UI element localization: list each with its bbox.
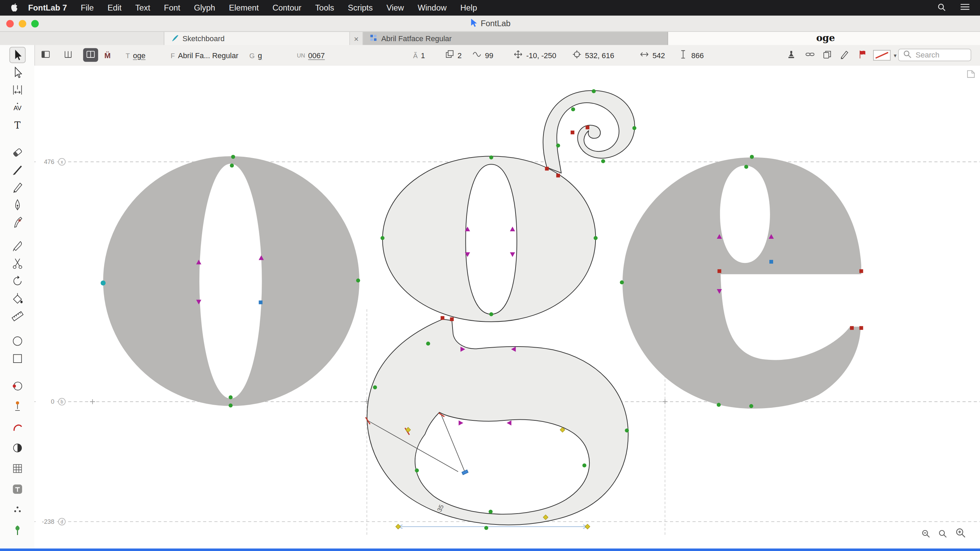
node-green[interactable] <box>373 385 377 389</box>
node-red-corner[interactable] <box>545 167 549 170</box>
app-menu-title[interactable]: FontLab 7 <box>21 3 73 13</box>
menu-item-contour[interactable]: Contour <box>266 3 308 13</box>
minimize-window-button[interactable] <box>19 20 26 27</box>
node-green[interactable] <box>230 164 234 168</box>
eraser-tool[interactable] <box>9 144 25 160</box>
copy-icon[interactable] <box>822 45 832 66</box>
node-green[interactable] <box>356 279 360 283</box>
contour-select-tool[interactable] <box>9 47 25 63</box>
glyph-g-bowl[interactable] <box>382 156 595 322</box>
zoom-in-icon[interactable] <box>955 527 966 541</box>
menu-item-view[interactable]: View <box>380 3 411 13</box>
zoom-icon[interactable] <box>938 529 948 541</box>
pen-icon[interactable] <box>840 45 850 66</box>
node-red-corner[interactable] <box>585 125 589 129</box>
node-red-corner[interactable] <box>556 174 560 178</box>
metrics-panel-icon[interactable] <box>63 45 73 66</box>
ellipse-tool[interactable] <box>9 333 25 349</box>
node-green[interactable] <box>571 108 575 111</box>
page-corner-icon[interactable] <box>967 69 975 81</box>
node-magenta-triangle[interactable] <box>510 227 515 231</box>
node-green[interactable] <box>594 236 598 240</box>
zoom-window-button[interactable] <box>31 20 39 27</box>
tab-sketchboard[interactable]: Sketchboard <box>164 32 350 46</box>
rapid-tool[interactable] <box>9 214 25 230</box>
rectangle-tool[interactable] <box>9 350 25 367</box>
flag-icon[interactable] <box>858 45 867 66</box>
tab-document[interactable]: Abril Fatface Regular <box>363 32 668 46</box>
node-green[interactable] <box>489 312 493 316</box>
node-green[interactable] <box>488 510 493 514</box>
arc-tool[interactable] <box>9 419 25 435</box>
menu-item-element[interactable]: Element <box>222 3 266 13</box>
node-magenta-triangle[interactable] <box>459 421 463 426</box>
brush-tool[interactable] <box>9 162 25 178</box>
node-blue-selected[interactable] <box>259 300 262 304</box>
glyph-canvas[interactable]: -35476x0b-238d <box>34 66 980 549</box>
node-green[interactable] <box>229 403 233 408</box>
node-blue-selected[interactable] <box>769 260 773 264</box>
menu-item-window[interactable]: Window <box>411 3 453 13</box>
text-tool[interactable]: T <box>9 117 25 133</box>
node-green[interactable] <box>231 155 235 159</box>
fill-tool[interactable] <box>9 291 25 307</box>
node-red-corner[interactable] <box>718 269 721 273</box>
node-green[interactable] <box>717 403 721 407</box>
handle-yellow-diamond[interactable] <box>585 524 590 529</box>
measure-blue-handle[interactable] <box>462 470 468 475</box>
glyph-o[interactable] <box>103 156 360 406</box>
node-red-corner[interactable] <box>441 316 444 320</box>
grid-tool[interactable] <box>9 460 25 477</box>
glyph-name-input[interactable]: g <box>258 51 262 60</box>
rotate-tool[interactable] <box>9 273 25 289</box>
measure-tool[interactable] <box>9 308 25 324</box>
link-icon[interactable] <box>805 45 815 66</box>
node-green[interactable] <box>750 155 754 159</box>
panel-toggle-icon[interactable] <box>40 45 50 66</box>
node-red-corner[interactable] <box>450 318 453 321</box>
text-input[interactable]: oge <box>133 51 146 60</box>
node-green[interactable] <box>749 404 753 408</box>
search-input[interactable]: Search <box>898 49 971 61</box>
close-window-button[interactable] <box>6 20 14 27</box>
node-green[interactable] <box>489 156 493 159</box>
unicode-input[interactable]: 0067 <box>308 51 325 60</box>
list-icon[interactable] <box>960 2 970 13</box>
node-red-corner[interactable] <box>850 326 854 330</box>
kerning-tool[interactable]: AV <box>9 99 25 116</box>
apple-menu-icon[interactable] <box>10 3 19 13</box>
node-green[interactable] <box>744 165 748 169</box>
node-red-corner[interactable] <box>859 326 863 330</box>
node-green[interactable] <box>380 236 385 240</box>
menu-item-text[interactable]: Text <box>128 3 157 13</box>
stroke-swatch[interactable]: ▾ <box>873 45 897 66</box>
node-green[interactable] <box>415 468 419 472</box>
glyph-g-curl[interactable] <box>543 91 635 173</box>
node-green[interactable] <box>229 395 233 399</box>
node-green[interactable] <box>556 143 560 148</box>
menu-item-font[interactable]: Font <box>157 3 187 13</box>
node-green[interactable] <box>484 526 488 530</box>
magnet-tool[interactable] <box>9 378 25 394</box>
scissors-tool[interactable] <box>9 256 25 272</box>
node-red-corner[interactable] <box>571 130 574 134</box>
snap-tool[interactable] <box>9 502 25 518</box>
dropdown-arrow-icon[interactable]: ▾ <box>894 52 897 58</box>
node-green[interactable] <box>632 126 636 130</box>
menu-item-glyph[interactable]: Glyph <box>187 3 222 13</box>
contrast-tool[interactable] <box>9 440 25 456</box>
node-green[interactable] <box>582 463 586 467</box>
search-icon[interactable] <box>937 2 946 13</box>
glyph-window-button[interactable] <box>83 48 98 62</box>
pin-tool[interactable] <box>9 399 25 415</box>
knife-tool[interactable] <box>9 238 25 254</box>
menu-item-file[interactable]: File <box>74 3 101 13</box>
node-green[interactable] <box>620 280 624 284</box>
pen-tool[interactable] <box>9 197 25 213</box>
menu-item-scripts[interactable]: Scripts <box>341 3 379 13</box>
menu-item-tools[interactable]: Tools <box>308 3 341 13</box>
menu-item-help[interactable]: Help <box>453 3 484 13</box>
font-selector[interactable]: Abril Fa... Regular <box>178 51 239 60</box>
tree-tool[interactable] <box>9 522 25 539</box>
node-green[interactable] <box>426 341 430 346</box>
